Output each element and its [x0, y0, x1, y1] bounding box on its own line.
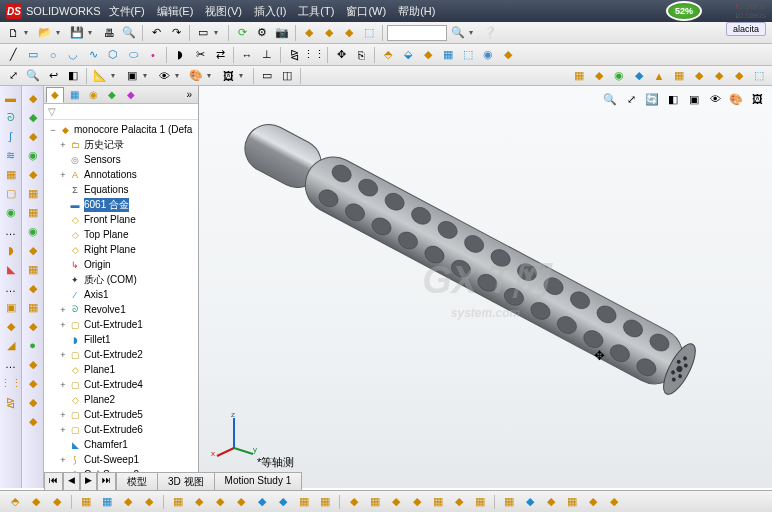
open-button[interactable]: 📂 [36, 24, 54, 42]
sb-22[interactable]: ▦ [471, 494, 489, 510]
menu-insert[interactable]: 插入(I) [254, 4, 286, 19]
menu-tools[interactable]: 工具(T) [298, 4, 334, 19]
sb-16[interactable]: ◆ [345, 494, 363, 510]
hide-show[interactable]: 👁 [155, 67, 173, 85]
tree-tab-config[interactable]: ◉ [84, 87, 102, 103]
save-button[interactable]: 💾 [68, 24, 86, 42]
sb-26[interactable]: ▦ [563, 494, 581, 510]
menu-edit[interactable]: 编辑(E) [157, 4, 194, 19]
rail-draft[interactable]: ◢ [3, 337, 19, 353]
rail2-12[interactable]: ▦ [25, 299, 41, 315]
tree-tab-feature[interactable]: ◆ [46, 87, 64, 103]
rail-revolve[interactable]: ᘐ [3, 109, 19, 125]
sb-10[interactable]: ◆ [211, 494, 229, 510]
rail2-13[interactable]: ◆ [25, 318, 41, 334]
sb-11[interactable]: ◆ [232, 494, 250, 510]
sb-15[interactable]: ▦ [316, 494, 334, 510]
rv5[interactable]: ▲ [650, 67, 668, 85]
rail2-5[interactable]: ◆ [25, 166, 41, 182]
rv9[interactable]: ◆ [730, 67, 748, 85]
rail2-3[interactable]: ◆ [25, 128, 41, 144]
sb-23[interactable]: ▦ [500, 494, 518, 510]
print-preview-button[interactable]: 🔍 [120, 24, 138, 42]
tab-nav-first[interactable]: ⏮ [44, 472, 63, 490]
rail-mirror[interactable]: ⧎ [3, 394, 19, 410]
tree-tab-display[interactable]: ◆ [122, 87, 140, 103]
tree-item-6061-[interactable]: ▬6061 合金 [44, 197, 198, 212]
tree-item-front-plane[interactable]: ◇Front Plane [44, 212, 198, 227]
viewport1[interactable]: ▭ [258, 67, 276, 85]
sb-17[interactable]: ▦ [366, 494, 384, 510]
rail-x1[interactable]: … [3, 223, 19, 239]
rebuild-button[interactable]: ⟳ [233, 24, 251, 42]
sb-12[interactable]: ◆ [253, 494, 271, 510]
command-search[interactable] [387, 25, 447, 41]
tree-item-cut-extrude5[interactable]: +▢Cut-Extrude5 [44, 407, 198, 422]
tree-item-revolve1[interactable]: +ᘐRevolve1 [44, 302, 198, 317]
sb-6[interactable]: ◆ [119, 494, 137, 510]
tree-filter[interactable]: ▽ [44, 104, 198, 120]
sb-27[interactable]: ◆ [584, 494, 602, 510]
tab-3dview[interactable]: 3D 视图 [157, 472, 215, 490]
menu-view[interactable]: 视图(V) [205, 4, 242, 19]
m4[interactable]: ▦ [439, 46, 457, 64]
rv2[interactable]: ◆ [590, 67, 608, 85]
rail-x2[interactable]: … [3, 280, 19, 296]
scene-button[interactable]: 🖼 [219, 67, 237, 85]
sb-28[interactable]: ◆ [605, 494, 623, 510]
rail-loft[interactable]: ≋ [3, 147, 19, 163]
sb-18[interactable]: ◆ [387, 494, 405, 510]
rail-sweep[interactable]: ∫ [3, 128, 19, 144]
m5[interactable]: ⬚ [459, 46, 477, 64]
print-button[interactable]: 🖶 [100, 24, 118, 42]
fillet-sk-button[interactable]: ◗ [171, 46, 189, 64]
rail-fillet[interactable]: ◗ [3, 242, 19, 258]
appearance-button[interactable]: 🎨 [187, 67, 205, 85]
select-button[interactable]: ▭ [194, 24, 212, 42]
m6[interactable]: ◉ [479, 46, 497, 64]
rail-boundary[interactable]: ▦ [3, 166, 19, 182]
orient-button[interactable]: 📐 [91, 67, 109, 85]
tree-item-top-plane[interactable]: ◇Top Plane [44, 227, 198, 242]
rail-chamfer[interactable]: ◣ [3, 261, 19, 277]
sb-25[interactable]: ◆ [542, 494, 560, 510]
addin4-button[interactable]: ⬚ [360, 24, 378, 42]
tree-item-chamfer1[interactable]: ◣Chamfer1 [44, 437, 198, 452]
rel-button[interactable]: ⊥ [258, 46, 276, 64]
menu-file[interactable]: 文件(F) [109, 4, 145, 19]
sb-8[interactable]: ▦ [169, 494, 187, 510]
spline-button[interactable]: ∿ [84, 46, 102, 64]
tree-item--[interactable]: +🗀历史记录 [44, 137, 198, 152]
trim-button[interactable]: ✂ [191, 46, 209, 64]
m7[interactable]: ◆ [499, 46, 517, 64]
rail-rib[interactable]: ◆ [3, 318, 19, 334]
tab-nav-next[interactable]: ▶ [80, 472, 97, 490]
viewport2[interactable]: ◫ [278, 67, 296, 85]
tab-nav-prev[interactable]: ◀ [63, 472, 80, 490]
convert-button[interactable]: ⇄ [211, 46, 229, 64]
sb-21[interactable]: ◆ [450, 494, 468, 510]
circle-button[interactable]: ○ [44, 46, 62, 64]
sb-2[interactable]: ◆ [27, 494, 45, 510]
dim-button[interactable]: ↔ [238, 46, 256, 64]
tree-item-annotations[interactable]: +AAnnotations [44, 167, 198, 182]
tab-nav-last[interactable]: ⏭ [97, 472, 116, 490]
rv3[interactable]: ◉ [610, 67, 628, 85]
rail-pattern[interactable]: ⋮⋮ [3, 375, 19, 391]
arc-button[interactable]: ◡ [64, 46, 82, 64]
rv1[interactable]: ▦ [570, 67, 588, 85]
rail-shell[interactable]: ▣ [3, 299, 19, 315]
tab-model[interactable]: 模型 [116, 472, 158, 490]
rect-button[interactable]: ▭ [24, 46, 42, 64]
addin3-button[interactable]: ◆ [340, 24, 358, 42]
sb-1[interactable]: ⬘ [6, 494, 24, 510]
tree-item-plane1[interactable]: ◇Plane1 [44, 362, 198, 377]
rail2-16[interactable]: ◆ [25, 375, 41, 391]
polygon-button[interactable]: ⬡ [104, 46, 122, 64]
tree-item-axis1[interactable]: ⁄Axis1 [44, 287, 198, 302]
rv10[interactable]: ⬚ [750, 67, 768, 85]
tab-motion[interactable]: Motion Study 1 [214, 472, 303, 490]
tree-item-cut-extrude4[interactable]: +▢Cut-Extrude4 [44, 377, 198, 392]
rail2-17[interactable]: ◆ [25, 394, 41, 410]
tree-item-origin[interactable]: ↳Origin [44, 257, 198, 272]
